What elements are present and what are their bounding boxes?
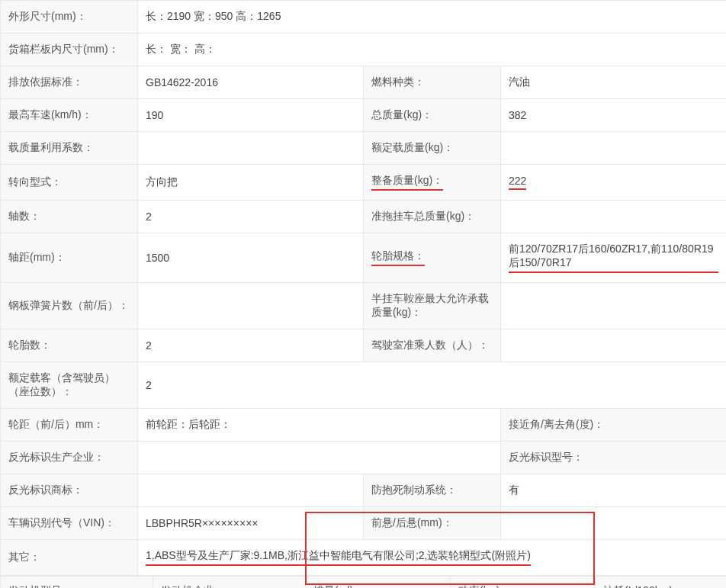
leaf-value xyxy=(138,283,364,329)
gross-value: 382 xyxy=(501,99,727,132)
curb-label-text: 整备质量(kg)： xyxy=(371,174,443,191)
row-loadcoef: 载质量利用系数： 额定载质量(kg)： xyxy=(1,132,727,165)
overhang-label: 前悬/后悬(mm)： xyxy=(364,507,501,540)
steer-label: 转向型式： xyxy=(1,165,138,201)
trailer-value xyxy=(501,201,727,233)
refl-brand-value xyxy=(138,474,364,507)
maxspeed-value: 190 xyxy=(138,99,364,132)
row-track: 轮距（前/后）mm： 前轮距：后轮距： 接近角/离去角(度)： xyxy=(1,409,727,442)
row-refl-mfr: 反光标识生产企业： 反光标识型号： xyxy=(1,442,727,474)
spec-sheet: 外形尺寸(mm)： 长：2190 宽：950 高：1265 货箱栏板内尺寸(mm… xyxy=(0,0,726,588)
wheelbase-value: 1500 xyxy=(138,233,364,283)
row-dimensions: 外形尺寸(mm)： 长：2190 宽：950 高：1265 xyxy=(1,1,727,34)
other-label: 其它： xyxy=(1,540,138,576)
abs-label: 防抱死制动系统： xyxy=(364,474,501,507)
tire-value-text: 前120/70ZR17后160/60ZR17,前110/80R19后150/70… xyxy=(509,243,718,273)
row-wheelbase: 轴距(mm)： 1500 轮胎规格： 前120/70ZR17后160/60ZR1… xyxy=(1,233,727,283)
cargo-value: 长： 宽： 高： xyxy=(138,34,727,66)
row-vin: 车辆识别代号（VIN)： LBBPHR5R××××××××× 前悬/后悬(mm)… xyxy=(1,507,727,540)
fuel-label: 燃料种类： xyxy=(364,66,501,99)
engine-table: 发动机型号 发动机企业 排量(ml) 功率(kw) 油耗(L/100km) QJ… xyxy=(0,576,726,588)
track-value: 前轮距：后轮距： xyxy=(138,409,501,442)
gross-label: 总质量(kg)： xyxy=(364,99,501,132)
row-refl-brand: 反光标识商标： 防抱死制动系统： 有 xyxy=(1,474,727,507)
loadcoef-label: 载质量利用系数： xyxy=(1,132,138,165)
engine-h-mfr: 发动机企业 xyxy=(153,577,306,589)
abs-value: 有 xyxy=(501,474,727,507)
tire-label-text: 轮胎规格： xyxy=(371,249,425,266)
row-axles: 轴数： 2 准拖挂车总质量(kg)： xyxy=(1,201,727,233)
angle-label: 接近角/离去角(度)： xyxy=(501,409,727,442)
row-emission: 排放依据标准： GB14622-2016 燃料种类： 汽油 xyxy=(1,66,727,99)
tire-label: 轮胎规格： xyxy=(364,233,501,283)
tire-value: 前120/70ZR17后160/60ZR17,前110/80R19后150/70… xyxy=(501,233,727,283)
rated-value xyxy=(501,132,727,165)
trailer-label: 准拖挂车总质量(kg)： xyxy=(364,201,501,233)
vin-value: LBBPHR5R××××××××× xyxy=(138,507,364,540)
row-leaf: 钢板弹簧片数（前/后）： 半挂车鞍座最大允许承载质量(kg)： xyxy=(1,283,727,329)
engine-h-fuel: 油耗(L/100km) xyxy=(596,577,727,589)
axles-value: 2 xyxy=(138,201,364,233)
maxspeed-label: 最高车速(km/h)： xyxy=(1,99,138,132)
vin-label: 车辆识别代号（VIN)： xyxy=(1,507,138,540)
emission-label: 排放依据标准： xyxy=(1,66,138,99)
engine-h-power: 功率(kw) xyxy=(451,577,596,589)
emission-value: GB14622-2016 xyxy=(138,66,364,99)
engine-h-disp: 排量(ml) xyxy=(306,577,451,589)
saddle-value xyxy=(501,283,727,329)
engine-h-model: 发动机型号 xyxy=(1,577,153,589)
cab-value xyxy=(501,329,727,362)
refl-mfr-value xyxy=(138,442,501,474)
refl-mfr-label: 反光标识生产企业： xyxy=(1,442,138,474)
engine-header-row: 发动机型号 发动机企业 排量(ml) 功率(kw) 油耗(L/100km) xyxy=(1,577,727,589)
spec-table: 外形尺寸(mm)： 长：2190 宽：950 高：1265 货箱栏板内尺寸(mm… xyxy=(0,0,726,576)
row-tirecount: 轮胎数： 2 驾驶室准乘人数（人）： xyxy=(1,329,727,362)
cab-label: 驾驶室准乘人数（人）： xyxy=(364,329,501,362)
wheelbase-label: 轴距(mm)： xyxy=(1,233,138,283)
dim-value: 长：2190 宽：950 高：1265 xyxy=(138,1,727,34)
row-other: 其它： 1,ABS型号及生产厂家:9.1MB,浙江益中智能电气有限公司;2,选装… xyxy=(1,540,727,576)
overhang-value xyxy=(501,507,727,540)
tirecount-value: 2 xyxy=(138,329,364,362)
row-maxspeed: 最高车速(km/h)： 190 总质量(kg)： 382 xyxy=(1,99,727,132)
curb-label: 整备质量(kg)： xyxy=(364,165,501,201)
axles-label: 轴数： xyxy=(1,201,138,233)
steer-value: 方向把 xyxy=(138,165,364,201)
cargo-label: 货箱栏板内尺寸(mm)： xyxy=(1,34,138,66)
loadcoef-value xyxy=(138,132,364,165)
tirecount-label: 轮胎数： xyxy=(1,329,138,362)
curb-value: 222 xyxy=(501,165,727,201)
leaf-label: 钢板弹簧片数（前/后）： xyxy=(1,283,138,329)
rated-label: 额定载质量(kg)： xyxy=(364,132,501,165)
other-value: 1,ABS型号及生产厂家:9.1MB,浙江益中智能电气有限公司;2,选装轮辋型式… xyxy=(138,540,727,576)
passenger-value: 2 xyxy=(138,362,727,409)
dim-label: 外形尺寸(mm)： xyxy=(1,1,138,34)
row-steer: 转向型式： 方向把 整备质量(kg)： 222 xyxy=(1,165,727,201)
refl-model-label: 反光标识型号： xyxy=(501,442,727,474)
saddle-label: 半挂车鞍座最大允许承载质量(kg)： xyxy=(364,283,501,329)
row-passenger: 额定载客（含驾驶员）（座位数）： 2 xyxy=(1,362,727,409)
fuel-value: 汽油 xyxy=(501,66,727,99)
curb-value-text: 222 xyxy=(509,175,526,190)
row-cargo: 货箱栏板内尺寸(mm)： 长： 宽： 高： xyxy=(1,34,727,66)
other-value-text: 1,ABS型号及生产厂家:9.1MB,浙江益中智能电气有限公司;2,选装轮辋型式… xyxy=(146,549,531,566)
refl-brand-label: 反光标识商标： xyxy=(1,474,138,507)
track-label: 轮距（前/后）mm： xyxy=(1,409,138,442)
passenger-label: 额定载客（含驾驶员）（座位数）： xyxy=(1,362,138,409)
